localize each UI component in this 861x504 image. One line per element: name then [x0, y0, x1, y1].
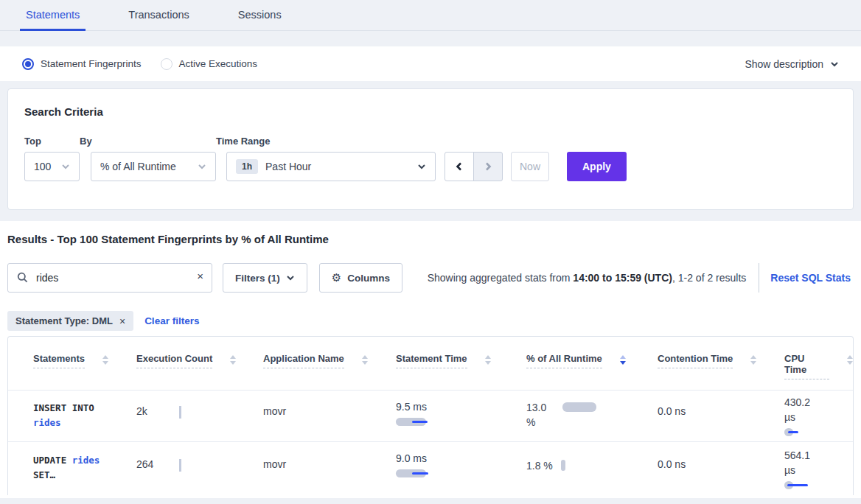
time-range-select[interactable]: 1h Past Hour: [226, 152, 436, 181]
execution-count-value: 264: [136, 458, 166, 495]
sort-control-active-desc[interactable]: [620, 355, 626, 365]
chevron-down-icon: [198, 162, 206, 171]
results-heading: Results - Top 100 Statement Fingerprints…: [7, 233, 854, 245]
apply-button[interactable]: Apply: [567, 152, 627, 181]
execution-count-bar: [179, 459, 181, 472]
statement-row[interactable]: UPDATE rides SET… 264 movr 9.0 ms: [8, 441, 853, 495]
search-icon: [17, 272, 28, 283]
header-contention-time: Contention Time: [658, 353, 784, 390]
runtime-pct-cell: 1.8 %: [526, 442, 658, 495]
runtime-pct-bar: [561, 460, 565, 471]
chevron-down-icon: [286, 273, 295, 282]
chevron-down-icon: [417, 162, 426, 171]
time-window-stepper: [445, 152, 503, 181]
sql-text: UPDATE: [33, 455, 72, 466]
column-label[interactable]: Contention Time: [658, 353, 733, 368]
time-range-label: Time Range: [216, 136, 436, 147]
clear-search-icon[interactable]: ×: [197, 270, 203, 282]
top-select[interactable]: 100: [24, 152, 80, 181]
by-field: By % of All Runtime: [80, 136, 216, 181]
execution-count-bar: [179, 406, 181, 419]
column-label[interactable]: Application Name: [263, 353, 344, 368]
cpu-time-cell: 564.1 µs: [784, 442, 853, 495]
statement-fingerprint-cell: INSERT INTO rides: [8, 391, 136, 441]
remove-filter-icon[interactable]: ×: [119, 315, 125, 327]
by-select[interactable]: % of All Runtime: [91, 152, 216, 181]
aggregation-interval-note: Showing aggregated stats from 14:00 to 1…: [428, 272, 747, 284]
show-description-label: Show description: [745, 58, 823, 70]
tab-statements[interactable]: Statements: [20, 0, 86, 31]
column-label[interactable]: Statements: [33, 353, 85, 368]
cpu-time-mean-marker: [787, 484, 808, 486]
radio-selected-icon: [22, 58, 34, 70]
cpu-time-mean-marker: [788, 431, 798, 433]
execution-count-cell: 264: [136, 442, 263, 495]
filters-button[interactable]: Filters (1): [223, 263, 307, 293]
time-range-value: Past Hour: [265, 161, 311, 172]
column-label[interactable]: Statement Time: [396, 353, 467, 368]
top-field: Top 100: [24, 136, 80, 181]
active-filters-row: Statement Type: DML × Clear filters: [7, 311, 854, 331]
header-execution-count: Execution Count: [136, 353, 263, 390]
header-pct-all-runtime: % of All Runtime: [526, 353, 658, 390]
filter-chip-statement-type[interactable]: Statement Type: DML ×: [7, 311, 133, 331]
statement-time-cell: 9.0 ms: [396, 442, 526, 495]
cpu-time-cell: 430.2 µs: [784, 391, 853, 441]
column-label[interactable]: % of All Runtime: [526, 353, 602, 368]
statement-row[interactable]: INSERT INTO rides 2k movr 9.5 ms: [8, 390, 853, 441]
statements-table: Statements Execution Count Application N…: [7, 336, 854, 495]
statement-fingerprint-cell: UPDATE rides SET…: [8, 442, 136, 495]
statement-time-value: 9.5 ms: [396, 400, 526, 414]
by-value: % of All Runtime: [100, 161, 176, 172]
search-input[interactable]: [7, 263, 212, 293]
contention-time-cell: 0.0 ns: [658, 442, 784, 495]
statement-time-cell: 9.5 ms: [396, 391, 526, 441]
tab-sessions[interactable]: Sessions: [232, 0, 287, 31]
clear-filters-link[interactable]: Clear filters: [144, 315, 199, 326]
radio-statement-fingerprints[interactable]: Statement Fingerprints: [22, 58, 142, 70]
execution-count-cell: 2k: [136, 391, 263, 441]
column-label[interactable]: Execution Count: [136, 353, 212, 368]
stats-prefix: Showing aggregated stats from: [428, 272, 574, 284]
top-value: 100: [34, 161, 51, 172]
sort-control[interactable]: [750, 355, 756, 365]
filters-label: Filters (1): [235, 273, 280, 284]
sql-activity-tabbar: Statements Transactions Sessions: [0, 0, 861, 31]
next-interval-button[interactable]: [473, 152, 503, 181]
radio-label: Statement Fingerprints: [41, 58, 142, 69]
sort-control[interactable]: [230, 355, 236, 365]
sql-text: INSERT INTO: [33, 402, 94, 413]
search-criteria-card: Search Criteria Top 100 By % of All Runt…: [7, 88, 854, 210]
table-header-row: Statements Execution Count Application N…: [8, 337, 853, 390]
runtime-pct-bar: [562, 402, 596, 412]
now-button[interactable]: Now: [511, 152, 549, 181]
chevron-down-icon: [61, 162, 70, 171]
show-description-toggle[interactable]: Show description: [745, 58, 839, 70]
application-name-value: movr: [263, 405, 286, 417]
sort-control[interactable]: [485, 355, 491, 365]
runtime-pct-value: 1.8 %: [526, 458, 553, 495]
top-label: Top: [24, 136, 80, 147]
statement-link[interactable]: rides: [33, 417, 61, 428]
sort-control[interactable]: [847, 355, 853, 365]
contention-time-value: 0.0 ns: [658, 405, 686, 417]
statement-time-mean-marker: [412, 472, 428, 475]
sort-control[interactable]: [102, 355, 108, 365]
toolbar-divider: [759, 263, 759, 293]
header-cpu-time: CPU Time: [784, 353, 853, 390]
results-toolbar: × Filters (1) ⚙ Columns Showing aggregat…: [7, 263, 854, 293]
tab-transactions[interactable]: Transactions: [122, 0, 195, 31]
results-section: Results - Top 100 Statement Fingerprints…: [0, 221, 861, 498]
reset-sql-stats-link[interactable]: Reset SQL Stats: [770, 272, 854, 284]
sort-control[interactable]: [362, 355, 368, 365]
header-statement-time: Statement Time: [396, 353, 526, 390]
filter-chip-label: Statement Type: DML: [15, 315, 113, 326]
columns-button[interactable]: ⚙ Columns: [319, 263, 402, 293]
previous-interval-button[interactable]: [445, 152, 474, 181]
radio-active-executions[interactable]: Active Executions: [161, 58, 258, 70]
header-application-name: Application Name: [263, 353, 396, 390]
statement-link[interactable]: rides: [72, 455, 100, 466]
column-label[interactable]: CPU Time: [784, 353, 829, 379]
search-criteria-title: Search Criteria: [24, 105, 837, 118]
columns-label: Columns: [347, 273, 390, 284]
